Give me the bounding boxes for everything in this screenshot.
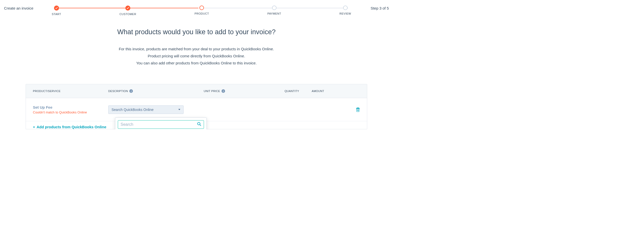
search-input-wrap[interactable] bbox=[118, 120, 204, 129]
page-title: Create an invoice bbox=[4, 5, 44, 10]
wizard-header: Create an invoice START CUSTOMER PRO bbox=[0, 0, 393, 16]
step-review[interactable]: REVIEW bbox=[340, 6, 351, 16]
trash-icon[interactable] bbox=[356, 107, 360, 112]
step-active-icon bbox=[199, 6, 204, 10]
check-icon bbox=[54, 6, 59, 11]
step-indicator: Step 3 of 5 bbox=[359, 5, 389, 10]
main-content: What products would you like to add to y… bbox=[58, 28, 335, 66]
svg-rect-1 bbox=[357, 107, 359, 108]
step-label: PAYMENT bbox=[267, 12, 281, 15]
stepper: START CUSTOMER PRODUCT PAYMENT REVIEW bbox=[52, 5, 351, 16]
description-cell: Search QuickBooks Online bbox=[108, 105, 204, 114]
product-cell: Set Up Fee Couldn't match to QuickBooks … bbox=[33, 105, 108, 114]
step-line-done bbox=[127, 8, 198, 8]
step-label: PRODUCT bbox=[194, 12, 209, 15]
desc-line: You can also add other products from Qui… bbox=[58, 60, 335, 67]
add-products-label: Add products from QuickBooks Online bbox=[37, 125, 106, 129]
col-quantity: QUANTITY bbox=[261, 90, 302, 93]
col-amount: AMOUNT bbox=[302, 90, 339, 93]
col-unit-price: UNIT PRICE i bbox=[204, 89, 261, 93]
step-label: REVIEW bbox=[340, 12, 351, 15]
product-name: Set Up Fee bbox=[33, 105, 108, 109]
step-product[interactable]: PRODUCT bbox=[194, 6, 209, 16]
table-header: PRODUCT/SERVICE DESCRIPTION i UNIT PRICE… bbox=[26, 84, 367, 98]
step-line-todo bbox=[201, 8, 273, 8]
step-line-done bbox=[55, 8, 127, 8]
desc-line: Product pricing will come directly from … bbox=[58, 53, 335, 60]
col-unit-price-label: UNIT PRICE bbox=[204, 90, 220, 93]
search-input[interactable] bbox=[121, 122, 197, 127]
svg-line-5 bbox=[200, 125, 201, 126]
col-product-service: PRODUCT/SERVICE bbox=[33, 90, 108, 93]
actions-cell bbox=[339, 107, 360, 112]
step-payment[interactable]: PAYMENT bbox=[267, 6, 281, 16]
step-start[interactable]: START bbox=[52, 6, 61, 16]
check-icon bbox=[125, 6, 130, 11]
col-description: DESCRIPTION i bbox=[108, 89, 204, 93]
plus-icon: + bbox=[33, 125, 35, 129]
step-label: CUSTOMER bbox=[120, 13, 136, 16]
step-label: START bbox=[52, 13, 61, 16]
info-icon[interactable]: i bbox=[129, 89, 133, 93]
main-title: What products would you like to add to y… bbox=[58, 28, 335, 36]
main-description: For this invoice, products are matched f… bbox=[58, 46, 335, 66]
col-description-label: DESCRIPTION bbox=[108, 90, 128, 93]
products-table: PRODUCT/SERVICE DESCRIPTION i UNIT PRICE… bbox=[26, 84, 367, 129]
step-line-todo bbox=[276, 8, 348, 8]
description-select[interactable]: Search QuickBooks Online bbox=[108, 105, 184, 114]
svg-point-4 bbox=[198, 122, 200, 125]
select-label: Search QuickBooks Online bbox=[112, 108, 153, 112]
info-icon[interactable]: i bbox=[222, 89, 225, 93]
step-customer[interactable]: CUSTOMER bbox=[120, 6, 136, 16]
chevron-down-icon bbox=[178, 109, 180, 110]
step-todo-icon bbox=[272, 6, 277, 10]
step-todo-icon bbox=[343, 6, 348, 10]
search-dropdown bbox=[115, 117, 207, 129]
desc-line: For this invoice, products are matched f… bbox=[58, 46, 335, 53]
search-icon bbox=[197, 122, 201, 127]
product-error: Couldn't match to QuickBooks Online bbox=[33, 110, 108, 114]
